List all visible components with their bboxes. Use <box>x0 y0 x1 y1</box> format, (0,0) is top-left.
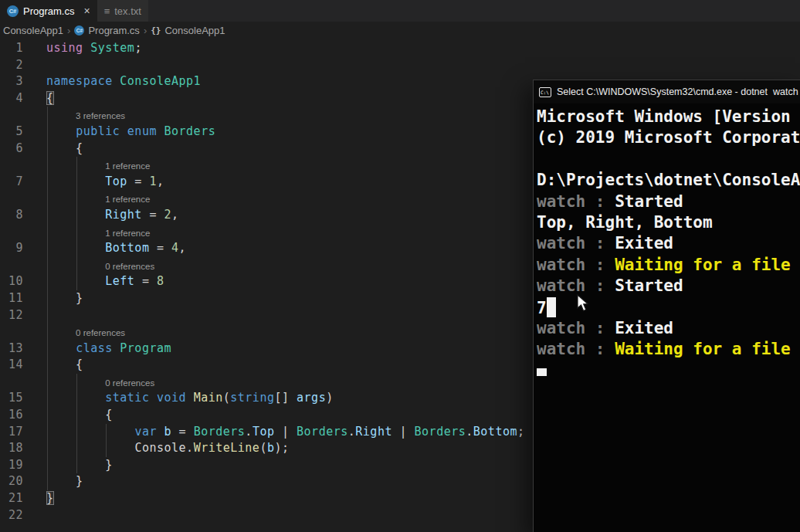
terminal-line <box>537 149 800 170</box>
code-line-text: Top = 1, <box>46 174 164 191</box>
terminal-line: watch : Started <box>537 191 800 212</box>
breadcrumb-item-namespace[interactable]: ConsoleApp1 <box>164 25 225 36</box>
matched-bracket: } <box>46 491 54 505</box>
terminal-line: D:\Projects\dotnet\ConsoleA <box>537 170 800 191</box>
matched-bracket: { <box>46 91 54 105</box>
terminal-cursor-block <box>547 297 557 317</box>
tab-label: tex.txt <box>114 5 141 17</box>
line-number: 15 <box>0 390 23 407</box>
breadcrumb-item-project[interactable]: ConsoleApp1 <box>3 25 63 36</box>
code-line-text: { <box>46 90 54 107</box>
cmd-title-bar[interactable]: C:\ Select C:\WINDOWS\System32\cmd.exe -… <box>534 80 800 103</box>
line-number: 7 <box>0 174 23 191</box>
close-tab-icon[interactable]: × <box>83 5 90 16</box>
text-file-icon: ≡ <box>104 6 110 16</box>
terminal-line: watch : Waiting for a file <box>537 339 800 360</box>
code-line-text: Left = 8 <box>46 273 164 290</box>
line-number: 14 <box>0 357 23 374</box>
line-number: 5 <box>0 124 23 141</box>
terminal-line: Microsoft Windows [Version <box>537 107 800 127</box>
terminal-lines[interactable]: Microsoft Windows [Version (c) 2019 Micr… <box>534 103 800 381</box>
line-number: 8 <box>0 207 23 224</box>
code-line-text: Console.WriteLine(b); <box>46 440 290 457</box>
cmd-window[interactable]: C:\ Select C:\WINDOWS\System32\cmd.exe -… <box>533 80 800 532</box>
line-number: 16 <box>0 407 23 424</box>
code-line-text: var b = Borders.Top | Borders.Right | Bo… <box>46 424 525 441</box>
line-number: 3 <box>0 73 23 90</box>
code-line-text: } <box>46 490 54 507</box>
terminal-line: watch : Waiting for a file <box>537 255 800 276</box>
line-number: 6 <box>0 141 23 158</box>
csharp-file-icon: C# <box>74 25 84 36</box>
tab-label: Program.cs <box>23 5 74 17</box>
code-line-text: Right = 2, <box>46 207 179 224</box>
line-number: 9 <box>0 240 23 257</box>
line-number: 2 <box>0 57 23 74</box>
code-line-text: public enum Borders <box>46 124 215 141</box>
tab-tex-txt[interactable]: ≡ tex.txt <box>97 0 149 22</box>
line-number: 13 <box>0 341 23 357</box>
line-number: 12 <box>0 307 23 324</box>
code-line-text: Bottom = 4, <box>46 240 186 257</box>
line-number: 21 <box>0 490 23 507</box>
line-number: 19 <box>0 457 23 474</box>
code-line-text: { <box>46 407 113 424</box>
tab-program-cs[interactable]: C# Program.cs × <box>0 0 97 22</box>
code-line-text: class Program <box>46 341 171 357</box>
mouse-cursor <box>577 294 591 313</box>
chevron-right-icon: › <box>67 25 70 36</box>
line-number: 1 <box>0 40 23 57</box>
cmd-window-title: Select C:\WINDOWS\System32\cmd.exe - dot… <box>557 86 800 97</box>
cmd-icon: C:\ <box>539 87 551 97</box>
terminal-line: watch : Exited <box>537 233 800 254</box>
namespace-symbol-icon: {} <box>151 25 161 36</box>
terminal-line <box>537 361 800 381</box>
code-line-text: { <box>46 357 83 374</box>
code-row: 2 <box>0 57 800 74</box>
line-number: 4 <box>0 90 23 107</box>
line-number: 22 <box>0 507 23 524</box>
line-number: 18 <box>0 440 23 457</box>
line-number: 10 <box>0 273 23 290</box>
line-number: 17 <box>0 424 23 441</box>
code-line-text: } <box>46 457 113 474</box>
terminal-cursor-underscore <box>537 368 547 376</box>
terminal-line: Top, Right, Bottom <box>537 212 800 233</box>
breadcrumb-item-file[interactable]: Program.cs <box>88 25 139 36</box>
terminal-line: watch : Exited <box>537 318 800 339</box>
code-line-text: } <box>46 473 83 490</box>
screen: C# Program.cs × ≡ tex.txt ConsoleApp1 › … <box>0 0 800 532</box>
code-line-text: using System; <box>46 40 142 57</box>
line-number: 11 <box>0 290 23 307</box>
code-line-text: } <box>46 290 83 307</box>
editor-tab-bar: C# Program.cs × ≡ tex.txt <box>0 0 800 22</box>
breadcrumb: ConsoleApp1 › C# Program.cs › {} Console… <box>0 22 533 39</box>
code-line-text: namespace ConsoleApp1 <box>46 73 201 90</box>
code-row: 1using System; <box>0 40 800 57</box>
code-line-text: static void Main(string[] args) <box>46 390 334 407</box>
indent-guide <box>47 307 48 324</box>
code-line-text: { <box>46 141 83 158</box>
terminal-line: (c) 2019 Microsoft Corporat <box>537 127 800 148</box>
line-number: 20 <box>0 473 23 490</box>
chevron-right-icon: › <box>144 25 147 36</box>
csharp-file-icon: C# <box>7 5 19 17</box>
